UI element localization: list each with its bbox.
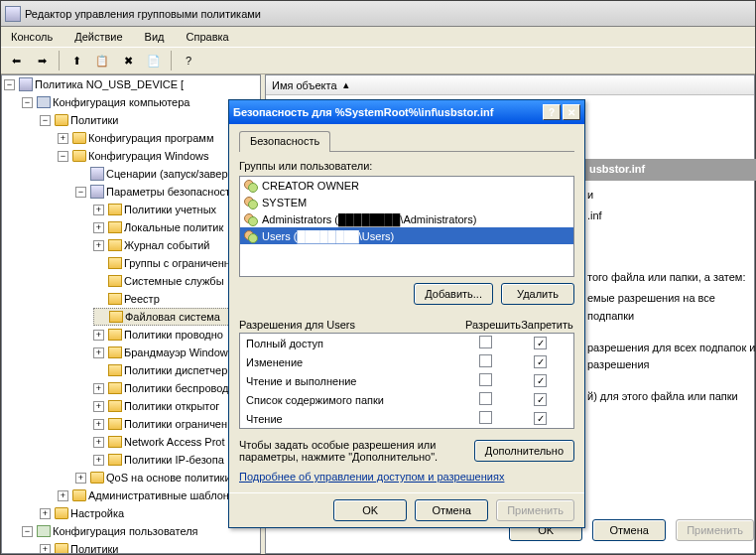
tabstrip: Безопасность [239, 130, 574, 152]
users-icon [244, 230, 258, 242]
expander-icon[interactable]: + [93, 330, 104, 341]
bg-detail-pane: usbstor.inf и .inf того файла или папки,… [583, 159, 756, 407]
expander-icon[interactable]: − [75, 187, 86, 198]
ok-button[interactable]: OK [333, 499, 407, 521]
permission-row: Чтение и выполнение✓ [240, 371, 573, 390]
menu-help[interactable]: Справка [181, 29, 235, 45]
dialog-titlebar[interactable]: Безопасность для %SystemRoot%\inf\usbsto… [229, 100, 584, 124]
group-name: CREATOR OWNER [262, 180, 359, 192]
bg-apply-button[interactable]: Применить [676, 519, 754, 541]
bg-detail-header: usbstor.inf [583, 159, 756, 181]
tb-up[interactable]: ⬆ [65, 50, 87, 71]
spacer [93, 294, 104, 305]
expander-icon[interactable]: − [22, 526, 33, 537]
tree-pane[interactable]: −Политика NO_USB_DEVICE [ −Конфигурация … [1, 74, 261, 554]
tree-label: Административные шаблон [88, 489, 229, 501]
expander-icon[interactable]: − [40, 115, 51, 126]
expander-icon[interactable]: + [93, 222, 104, 233]
tree-item[interactable]: −Конфигурация пользователя [22, 522, 260, 540]
spacer [93, 276, 104, 287]
expander-icon[interactable]: + [93, 205, 104, 215]
allow-checkbox[interactable] [479, 411, 492, 424]
bg-cancel-button[interactable]: Отмена [592, 519, 666, 541]
menubar: Консоль Действие Вид Справка [1, 27, 755, 47]
tb-export[interactable]: 📄 [143, 50, 165, 71]
expander-icon[interactable]: + [40, 544, 51, 555]
dialog-title: Безопасность для %SystemRoot%\inf\usbsto… [233, 106, 493, 118]
allow-checkbox[interactable] [479, 336, 492, 348]
expander-icon[interactable]: + [58, 133, 68, 144]
tree-label: Параметры безопасност [106, 186, 230, 198]
cancel-button[interactable]: Отмена [415, 499, 488, 521]
deny-checkbox[interactable]: ✓ [534, 412, 547, 425]
tree-label: Настройка [70, 507, 124, 519]
advanced-button[interactable]: Дополнительно [474, 440, 574, 462]
allow-checkbox[interactable] [479, 392, 492, 405]
tree-item[interactable]: +Настройка [40, 504, 260, 522]
tab-security[interactable]: Безопасность [239, 131, 330, 152]
add-button[interactable]: Добавить... [414, 283, 493, 305]
expander-icon[interactable]: − [4, 79, 15, 90]
remove-button[interactable]: Удалить [501, 283, 574, 305]
allow-checkbox[interactable] [479, 354, 492, 367]
folder-icon [108, 418, 122, 430]
menu-view[interactable]: Вид [139, 29, 171, 45]
dialog-close-button[interactable]: ✕ [563, 104, 580, 120]
tree-root[interactable]: −Политика NO_USB_DEVICE [ [4, 75, 260, 93]
tree-item[interactable]: −Политики [40, 111, 260, 129]
learn-more-link[interactable]: Подробнее об управлении доступом и разре… [239, 471, 504, 483]
menu-action[interactable]: Действие [68, 29, 128, 45]
allow-checkbox[interactable] [479, 373, 492, 386]
folder-icon [108, 239, 122, 251]
folder-icon [108, 382, 122, 394]
tree-label: Политики ограничен [124, 418, 227, 430]
expander-icon[interactable]: + [40, 508, 51, 519]
folder-icon [108, 400, 122, 412]
tb-forward[interactable]: ➡ [31, 50, 53, 71]
apply-button[interactable]: Применить [496, 499, 574, 521]
folder-icon [90, 472, 104, 484]
spacer [75, 169, 86, 180]
tb-help[interactable]: ? [178, 50, 199, 71]
expander-icon[interactable]: − [58, 151, 68, 162]
group-row[interactable]: SYSTEM [240, 194, 573, 210]
app-icon [5, 6, 21, 22]
deny-header: Запретить [520, 319, 574, 331]
expander-icon[interactable]: + [93, 383, 104, 394]
expander-icon[interactable]: − [22, 97, 33, 108]
expander-icon[interactable]: + [93, 401, 104, 412]
expander-icon[interactable]: + [93, 347, 104, 358]
spacer [93, 258, 104, 269]
deny-checkbox[interactable]: ✓ [534, 355, 547, 368]
dialog-help-button[interactable]: ? [543, 104, 561, 120]
expander-icon[interactable]: + [75, 473, 86, 484]
expander-icon[interactable]: + [93, 240, 104, 251]
tb-delete[interactable]: ✖ [117, 50, 139, 71]
deny-checkbox[interactable]: ✓ [534, 374, 547, 387]
groups-label: Группы или пользователи: [239, 160, 574, 172]
tree-item[interactable]: −Конфигурация компьютера [22, 93, 260, 111]
deny-checkbox[interactable]: ✓ [534, 337, 547, 349]
permission-label: Чтение [246, 413, 458, 425]
tb-separator [59, 51, 60, 70]
tree-item[interactable]: +Политики [40, 540, 260, 554]
spacer [94, 312, 105, 323]
menu-console[interactable]: Консоль [5, 29, 59, 45]
bg-line: .inf [583, 206, 756, 227]
groups-listbox[interactable]: CREATOR OWNER SYSTEM Administrators (███… [239, 176, 574, 277]
folder-icon [108, 436, 122, 448]
column-header[interactable]: Имя объекта ▴ [266, 75, 754, 95]
group-row-selected[interactable]: Users (████████\Users) [240, 227, 573, 244]
expander-icon[interactable]: + [93, 455, 104, 466]
expander-icon[interactable]: + [93, 419, 104, 430]
bg-line: емые разрешения на все подпапки [583, 288, 756, 327]
expander-icon[interactable]: + [58, 490, 68, 501]
group-row[interactable]: CREATOR OWNER [240, 177, 573, 194]
permission-label: Изменение [246, 356, 458, 368]
deny-checkbox[interactable]: ✓ [534, 393, 547, 406]
expander-icon[interactable]: + [93, 437, 104, 448]
tb-properties[interactable]: 📋 [91, 50, 113, 71]
group-row[interactable]: Administrators (████████\Administrators) [240, 210, 573, 227]
tb-back[interactable]: ⬅ [5, 50, 27, 71]
permission-label: Полный доступ [246, 338, 458, 349]
